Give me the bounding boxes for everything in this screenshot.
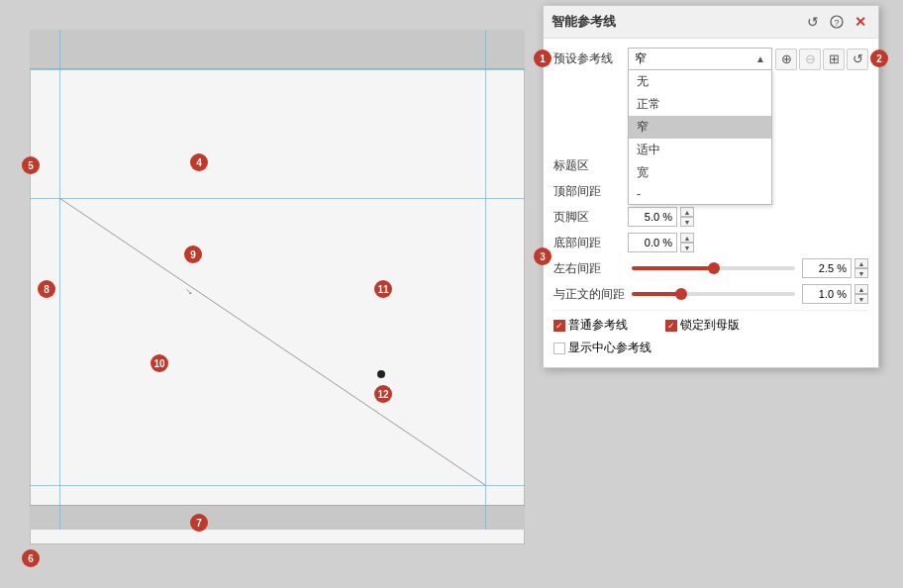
smart-guideline-dialog: 智能参考线 ↺ ? ✕ 1 2 3 预设参考线 窄 ▲ — [543, 5, 879, 368]
dialog-title: 智能参考线 — [552, 13, 616, 31]
guide-line-h2 — [30, 198, 525, 199]
remove-icon-btn[interactable]: ⊖ — [799, 49, 821, 70]
preset-dropdown-list: 无 正常 窄 适中 宽 - — [628, 69, 772, 205]
bottom-margin-input[interactable] — [628, 233, 677, 252]
refresh-button[interactable]: ↺ — [803, 12, 823, 32]
dropdown-arrow-icon: ▲ — [755, 53, 765, 64]
lr-margin-control: ▲ ▼ — [628, 258, 868, 278]
lr-slider[interactable] — [632, 266, 795, 270]
option-narrow[interactable]: 窄 — [629, 116, 771, 139]
page-area-spinners: ▲ ▼ — [680, 207, 694, 227]
normal-guide-checkbox[interactable]: ✓ 普通参考线 — [553, 317, 628, 334]
lock-master-cb-box: ✓ — [665, 320, 677, 332]
preset-value: 窄 — [635, 50, 647, 67]
preset-dropdown[interactable]: 窄 ▲ 无 正常 窄 适中 宽 - — [628, 48, 772, 70]
dialog-titlebar: 智能参考线 ↺ ? ✕ — [544, 6, 878, 39]
option-none[interactable]: 无 — [629, 70, 771, 93]
option-medium[interactable]: 适中 — [629, 139, 771, 161]
bottom-margin-spin-down[interactable]: ▼ — [680, 243, 694, 252]
normal-guide-label: 普通参考线 — [568, 317, 628, 334]
page-area-control: ▲ ▼ — [628, 207, 868, 227]
preset-label: 预设参考线 — [553, 50, 628, 67]
lr-margin-spinners: ▲ ▼ — [854, 258, 868, 278]
black-dot — [377, 370, 385, 378]
show-center-cb-box — [553, 343, 565, 354]
badge-12: 12 — [374, 385, 392, 403]
reset-icon-btn[interactable]: ↺ — [847, 49, 868, 70]
page-area-input[interactable] — [628, 207, 677, 227]
badge-10: 10 — [150, 354, 168, 372]
badge-11: 11 — [374, 280, 392, 298]
page-footer-bar — [30, 505, 525, 530]
text-margin-spinners: ▲ ▼ — [854, 284, 868, 304]
preset-row: 预设参考线 窄 ▲ 无 正常 窄 适中 宽 - — [544, 45, 878, 73]
help-button[interactable]: ? — [827, 12, 847, 32]
badge-4: 4 — [190, 153, 208, 171]
option-separator: - — [629, 184, 771, 204]
checkbox-row-2: 显示中心参考线 — [544, 337, 878, 359]
dialog-controls: ↺ ? ✕ — [803, 12, 870, 32]
page-area-label: 页脚区 — [553, 209, 628, 226]
add-icon-btn[interactable]: ⊕ — [775, 49, 797, 70]
page-area-row: 页脚区 ▲ ▼ — [544, 204, 878, 230]
bottom-margin-spinners: ▲ ▼ — [680, 233, 694, 252]
bottom-margin-spin-up[interactable]: ▲ — [680, 233, 694, 243]
lr-slider-thumb[interactable] — [708, 262, 720, 274]
bottom-margin-row: 底部间距 ▲ ▼ — [544, 230, 878, 255]
badge-1: 1 — [534, 49, 552, 67]
normal-guide-cb-box: ✓ — [553, 320, 565, 332]
close-button[interactable]: ✕ — [851, 12, 870, 32]
page-background — [30, 30, 525, 544]
dialog-body: 预设参考线 窄 ▲ 无 正常 窄 适中 宽 - — [544, 39, 878, 367]
badge-2: 2 — [870, 49, 888, 67]
page-area-spin-down[interactable]: ▼ — [680, 217, 694, 227]
page-area-spin-up[interactable]: ▲ — [680, 207, 694, 217]
badge-5: 5 — [22, 156, 40, 174]
badge-3: 3 — [534, 247, 552, 265]
copy-icon-btn[interactable]: ⊞ — [823, 49, 845, 70]
show-center-checkbox[interactable]: 显示中心参考线 — [553, 340, 652, 356]
lr-margin-spin-down[interactable]: ▼ — [854, 268, 868, 278]
top-margin-label: 顶部间距 — [553, 183, 628, 200]
text-slider-thumb[interactable] — [675, 288, 687, 300]
text-margin-spin-up[interactable]: ▲ — [854, 284, 868, 294]
preset-dropdown-box[interactable]: 窄 ▲ — [628, 48, 772, 70]
text-slider-fill — [632, 292, 681, 296]
option-normal[interactable]: 正常 — [629, 93, 771, 116]
svg-text:?: ? — [834, 18, 839, 28]
preset-control: 窄 ▲ 无 正常 窄 适中 宽 - ⊕ ⊖ ⊞ — [628, 48, 868, 70]
text-slider[interactable] — [632, 292, 795, 296]
badge-8: 8 — [38, 280, 55, 298]
text-margin-control: ▲ ▼ — [628, 284, 868, 304]
checkbox-group-1: ✓ 普通参考线 ✓ 锁定到母版 — [553, 317, 868, 334]
text-margin-spin-down[interactable]: ▼ — [854, 294, 868, 304]
badge-6: 6 — [22, 549, 40, 567]
guide-line-h3 — [30, 485, 525, 486]
lr-slider-fill — [632, 266, 714, 270]
badge-7: 7 — [190, 514, 208, 532]
lr-margin-input[interactable] — [802, 258, 852, 278]
text-margin-label: 与正文的间距 — [553, 286, 628, 303]
lock-master-label: 锁定到母版 — [680, 317, 740, 334]
text-margin-row: 与正文的间距 ▲ ▼ — [544, 281, 878, 307]
lr-margin-label: 左右间距 — [553, 260, 628, 277]
show-center-label: 显示中心参考线 — [568, 340, 652, 356]
lr-margin-row: 左右间距 ▲ ▼ — [544, 255, 878, 281]
page-header-bar — [30, 30, 525, 69]
option-wide[interactable]: 宽 — [629, 161, 771, 184]
guide-line-h1 — [30, 69, 525, 70]
toolbar-icons: ⊕ ⊖ ⊞ ↺ — [775, 49, 868, 70]
lr-margin-spin-up[interactable]: ▲ — [854, 258, 868, 268]
badge-9: 9 — [184, 245, 202, 263]
lock-master-checkbox[interactable]: ✓ 锁定到母版 — [665, 317, 740, 334]
title-area-label: 标题区 — [553, 157, 628, 174]
guide-line-v2 — [485, 30, 486, 530]
guide-line-v1 — [59, 30, 60, 530]
separator — [553, 310, 868, 311]
checkbox-row-1: ✓ 普通参考线 ✓ 锁定到母版 — [544, 314, 878, 337]
text-margin-input[interactable] — [802, 284, 852, 304]
bottom-margin-label: 底部间距 — [553, 235, 628, 251]
bottom-margin-control: ▲ ▼ — [628, 233, 868, 252]
